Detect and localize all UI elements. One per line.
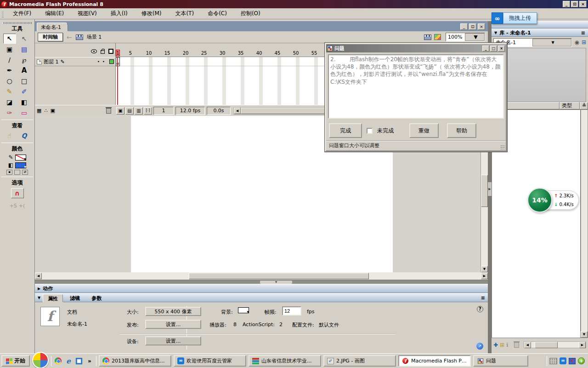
library-menu-icon[interactable]: ≡	[581, 30, 585, 36]
library-scroll-right-icon[interactable]: ▶	[579, 342, 586, 348]
dialog-minimize-button[interactable]: _	[482, 46, 489, 52]
layer-state-dots[interactable]: • •	[97, 59, 105, 64]
stroke-color-swatch[interactable]: ▼	[15, 155, 26, 161]
document-size-button[interactable]: 550 x 400 像素	[145, 307, 201, 316]
quicklaunch-chrome-icon[interactable]	[54, 357, 62, 365]
tab-properties[interactable]: 属性	[43, 294, 63, 302]
task-shandong-exam[interactable]: 山东省信息技术学业...	[249, 355, 321, 367]
library-hscroll-thumb[interactable]	[535, 342, 558, 348]
actions-panel-bar[interactable]: ▶ 动作	[35, 284, 488, 293]
minimize-button[interactable]: _	[563, 1, 570, 7]
collapse-properties-button[interactable]: ▼	[260, 281, 292, 284]
menu-file[interactable]: 文件(F)	[12, 9, 32, 18]
zoom-combobox[interactable]: 100% ▼	[446, 33, 485, 41]
stage-scroll-right-icon[interactable]: ▶	[481, 273, 488, 279]
redo-button[interactable]: 重做	[409, 123, 439, 138]
browser-ball-icon[interactable]	[32, 352, 49, 368]
help-button[interactable]: 帮助	[447, 123, 476, 138]
background-color-swatch[interactable]: ▼	[238, 307, 249, 313]
oval-tool-icon[interactable]: ○	[3, 76, 16, 86]
menu-commands[interactable]: 命令(C)	[207, 9, 228, 18]
ruler-frame-current[interactable]: 1	[116, 50, 120, 56]
task-paint[interactable]: ✐ 2.JPG - 画图	[323, 355, 396, 367]
start-button[interactable]: 开始	[1, 355, 30, 367]
task-baidu-cloud[interactable]: ∞ 欢迎使用百度云管家	[174, 355, 246, 367]
timeline-scroll-thumb[interactable]	[241, 108, 337, 114]
gradient-transform-tool-icon[interactable]: ▤	[18, 44, 31, 54]
stage-hscroll-thumb[interactable]	[189, 273, 369, 279]
menu-insert[interactable]: 插入(I)	[110, 9, 129, 18]
restore-button[interactable]: ⊡	[571, 1, 578, 7]
doc-restore-button[interactable]: ⊡	[469, 23, 476, 30]
question-text[interactable]: 2. 用flash制作一个20帧的形状渐变动画，将“青春”（依次将大小设为48，…	[328, 54, 504, 119]
library-scroll-left-icon[interactable]: ◀	[524, 342, 531, 348]
layer-row[interactable]: 图层 1 ✎ • •	[35, 57, 116, 66]
pencil-tool-icon[interactable]: ✎	[3, 86, 16, 97]
insert-layer-icon[interactable]: ▦	[37, 108, 41, 114]
tab-parameters[interactable]: 参数	[87, 294, 106, 302]
publish-settings-button[interactable]: 设置...	[145, 320, 201, 329]
library-pin-icon[interactable]: ◉	[574, 39, 579, 46]
eyedropper-tool-icon[interactable]: ✑	[3, 108, 16, 118]
upload-progress-widget[interactable]: ↑ 2.3K/s ↓ 0.4K/s 14%	[527, 188, 579, 213]
edit-symbol-icon[interactable]	[434, 34, 441, 40]
properties-twisty-icon[interactable]: ▼	[38, 296, 40, 300]
actions-label[interactable]: 动作	[43, 285, 53, 292]
library-combo-dropdown-icon[interactable]: ▼	[532, 39, 572, 46]
black-white-button[interactable]: ▪	[6, 170, 12, 175]
line-tool-icon[interactable]: /	[3, 55, 16, 65]
fill-color-swatch[interactable]: ▼	[15, 162, 26, 168]
delete-layer-trash-icon[interactable]	[106, 108, 111, 114]
menu-text[interactable]: 文本(T)	[174, 9, 195, 18]
paint-bucket-tool-icon[interactable]: ◧	[18, 97, 31, 107]
edit-scene-icon[interactable]	[424, 34, 431, 40]
collapse-panels-arrow-icon[interactable]: ▶	[488, 182, 492, 196]
center-frame-button[interactable]: ▣	[116, 107, 124, 115]
menu-modify[interactable]: 修改(M)	[141, 9, 163, 18]
task-question-bank[interactable]: 2013题库版高中信息...	[99, 355, 171, 367]
library-column-type[interactable]: 类型	[560, 102, 580, 109]
baidu-cloud-tray-icon[interactable]: ∞	[560, 357, 566, 364]
layer-outline-color[interactable]	[109, 59, 114, 64]
lasso-tool-icon[interactable]: ℘	[18, 55, 31, 65]
help-icon[interactable]: ?	[477, 306, 483, 312]
quicklaunch-overflow-chevron[interactable]: »	[85, 357, 94, 365]
lock-layers-icon[interactable]	[101, 50, 105, 54]
rectangle-tool-icon[interactable]: □	[18, 76, 31, 86]
outline-layers-icon[interactable]	[108, 49, 113, 54]
library-new-window-icon[interactable]: ⊞	[582, 39, 586, 46]
expand-panel-icon[interactable]: ↗	[476, 343, 483, 350]
onion-skin-outlines-button[interactable]: ▥	[135, 107, 143, 115]
offline-tray-icon[interactable]: ✕	[569, 358, 576, 364]
green-plus-tray-icon[interactable]: +	[578, 357, 585, 364]
properties-menu-icon[interactable]: ≡	[481, 295, 485, 301]
timeline-scroll-left-icon[interactable]: ◀	[234, 108, 241, 114]
done-button[interactable]: 完成	[329, 123, 362, 138]
menu-view[interactable]: 视图(V)	[77, 9, 98, 18]
ink-bottle-tool-icon[interactable]: ◪	[3, 97, 16, 107]
frame-rate-indicator[interactable]: 12.0 fps	[175, 107, 205, 115]
menu-edit[interactable]: 编辑(E)	[44, 9, 65, 18]
framerate-input[interactable]	[282, 306, 301, 316]
hand-tool-icon[interactable]: ☝	[3, 131, 16, 141]
item-properties-icon[interactable]: ℹ	[506, 342, 509, 348]
selection-tool-icon[interactable]: ↖	[3, 34, 16, 44]
onion-skin-button[interactable]: ▤	[125, 107, 134, 115]
no-color-button[interactable]	[14, 170, 20, 175]
dialog-maximize-button[interactable]: □	[490, 46, 497, 52]
library-vertical-scrollbar[interactable]: ▼	[581, 109, 588, 338]
eraser-tool-icon[interactable]: ▭	[18, 108, 31, 118]
scene-label[interactable]: 场景 1	[87, 34, 102, 40]
snap-magnet-button[interactable]: ∩	[11, 188, 24, 198]
menu-control[interactable]: 控制(O)	[240, 9, 261, 18]
new-symbol-icon[interactable]: ✚	[493, 342, 498, 348]
playhead-line[interactable]	[117, 57, 118, 105]
zoom-dropdown-icon[interactable]: ▼	[465, 33, 485, 41]
quicklaunch-window-icon[interactable]	[75, 357, 83, 365]
not-done-checkbox[interactable]	[367, 128, 373, 134]
stage-vscroll-thumb[interactable]	[481, 175, 488, 207]
stage-scroll-left-icon[interactable]: ◀	[35, 273, 42, 279]
task-flash[interactable]: f Macromedia Flash Profes...	[398, 355, 471, 367]
swap-colors-button[interactable]: ⇄	[22, 170, 28, 175]
subselection-tool-icon[interactable]: ↖	[18, 34, 31, 44]
